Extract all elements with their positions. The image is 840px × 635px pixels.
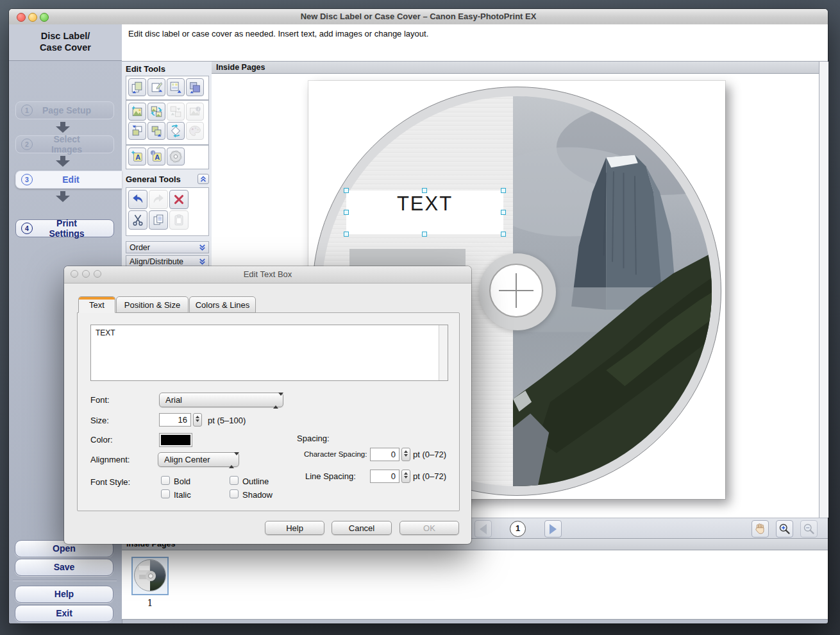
arrow-left-icon	[480, 524, 487, 534]
zoom-out-icon	[802, 522, 816, 536]
selection-handle-w[interactable]	[344, 210, 349, 215]
collapse-general-tools-button[interactable]	[197, 174, 209, 184]
sidebar-item-page-setup: 1 Page Setup	[15, 101, 114, 119]
add-image-icon[interactable]	[128, 103, 146, 121]
dialog-help-button[interactable]: Help	[265, 521, 324, 535]
hand-tool-button[interactable]	[752, 520, 769, 538]
disc-hub-hole	[489, 264, 543, 318]
line-spacing-range: pt (0–72)	[413, 471, 446, 481]
move-backward-icon[interactable]	[128, 122, 146, 140]
svg-text:A: A	[155, 153, 160, 161]
textarea-scrollbar[interactable]	[439, 325, 448, 380]
spacing-label: Spacing:	[297, 434, 330, 443]
selection-handle-n[interactable]	[422, 188, 427, 193]
arrow-down-icon	[56, 191, 70, 202]
italic-checkbox[interactable]	[161, 489, 170, 498]
character-spacing-range: pt (0–72)	[413, 450, 446, 459]
bold-checkbox[interactable]	[161, 476, 170, 485]
canvas-header: Inside Pages	[212, 62, 819, 74]
alignment-select[interactable]: Align Center	[158, 452, 239, 467]
chevron-double-down-icon	[198, 257, 206, 266]
divider	[13, 580, 117, 581]
shadow-checkbox[interactable]	[230, 489, 239, 498]
chevron-double-up-icon	[199, 175, 207, 183]
swap-images-icon[interactable]	[147, 103, 165, 121]
selection-handle-e[interactable]	[501, 210, 506, 215]
rotate-object-icon[interactable]	[167, 122, 185, 140]
general-tools-grid	[126, 187, 209, 236]
text-content-field[interactable]: TEXT	[90, 325, 448, 381]
hand-icon	[753, 522, 767, 536]
character-spacing-stepper[interactable]	[401, 448, 410, 461]
thumbnail-text-marks	[139, 566, 149, 570]
size-label: Size:	[90, 416, 109, 425]
page-thumbnail[interactable]	[131, 557, 169, 595]
next-page-button[interactable]	[544, 520, 562, 538]
selection-handle-ne[interactable]	[501, 188, 506, 193]
previous-page-button	[475, 520, 492, 538]
move-forward-icon[interactable]	[147, 122, 165, 140]
tab-text[interactable]: Text	[78, 296, 115, 313]
instruction-text: Edit disc label or case cover as needed.…	[122, 24, 828, 43]
character-spacing-input[interactable]	[370, 448, 399, 461]
help-button[interactable]: Help	[15, 586, 113, 603]
order-section[interactable]: Order	[126, 241, 209, 253]
cut-icon[interactable]	[128, 210, 147, 230]
size-stepper[interactable]	[193, 413, 202, 427]
sidebar-item-select-images: 2 Select Images	[15, 135, 114, 153]
edit-tools-row-2: i	[126, 100, 209, 145]
text-object[interactable]: TEXT	[346, 190, 503, 234]
delete-icon[interactable]	[169, 190, 189, 209]
tab-colors-lines[interactable]: Colors & Lines	[189, 296, 256, 313]
change-theme-icon[interactable]	[128, 78, 146, 96]
selection-handle-sw[interactable]	[344, 232, 349, 237]
redo-icon	[149, 190, 168, 209]
dialog-title: Edit Text Box	[64, 269, 471, 279]
dialog-cancel-button[interactable]: Cancel	[332, 521, 392, 535]
outline-checkbox[interactable]	[230, 476, 239, 485]
size-range-label: pt (5–100)	[208, 416, 246, 425]
line-spacing-input[interactable]	[370, 470, 399, 483]
replace-image-icon	[167, 103, 185, 121]
thumbnail-page-number: 1	[131, 598, 169, 608]
font-value: Arial	[165, 395, 182, 405]
edit-tools-row-3: A Ai	[126, 145, 209, 169]
zoom-in-icon	[778, 522, 791, 536]
image-info-icon: i	[186, 103, 204, 121]
undo-icon[interactable]	[128, 190, 147, 209]
sidebar-item-edit[interactable]: 3 Edit	[15, 171, 122, 189]
selection-handle-se[interactable]	[501, 232, 506, 237]
bold-label: Bold	[174, 477, 190, 486]
sidebar-item-print-settings[interactable]: 4 Print Settings	[15, 219, 114, 237]
general-tools-title: General Tools	[126, 174, 181, 184]
save-button[interactable]: Save	[15, 559, 113, 576]
canvas-scroll-gutter	[819, 62, 828, 518]
copy-icon[interactable]	[149, 210, 168, 230]
popup-arrows-icon	[273, 396, 278, 406]
edit-text-icon[interactable]: Ai	[147, 148, 165, 165]
dialog-titlebar: Edit Text Box	[64, 266, 471, 284]
instruction-bar: Edit disc label or case cover as needed.…	[122, 24, 828, 62]
arrow-right-icon	[550, 524, 557, 534]
thumbnail-disc-image	[134, 559, 166, 591]
tab-position-size[interactable]: Position & Size	[116, 296, 189, 313]
edit-page-icon[interactable]	[147, 78, 165, 96]
zoom-in-button[interactable]	[776, 520, 793, 538]
change-background-icon[interactable]	[186, 78, 204, 96]
edit-text-box-dialog: Edit Text Box Text Position & Size Color…	[64, 266, 471, 544]
change-layout-icon[interactable]	[167, 78, 185, 96]
selection-handle-nw[interactable]	[344, 188, 349, 193]
line-spacing-stepper[interactable]	[401, 470, 410, 483]
alignment-value: Align Center	[164, 455, 210, 464]
selection-handle-s[interactable]	[422, 232, 427, 237]
color-swatch-button[interactable]	[159, 433, 192, 447]
size-input[interactable]	[159, 413, 191, 427]
popup-arrows-icon	[229, 455, 234, 466]
font-select[interactable]: Arial	[159, 393, 283, 407]
add-text-icon[interactable]: A	[128, 148, 146, 165]
disc-position-icon[interactable]	[167, 148, 185, 165]
line-spacing-label: Line Spacing:	[305, 471, 356, 481]
exit-button[interactable]: Exit	[15, 605, 113, 622]
align-distribute-label: Align/Distribute	[130, 257, 198, 266]
text-tab-panel: TEXT Font: Arial Size: pt (5–100) Color:…	[77, 312, 460, 511]
